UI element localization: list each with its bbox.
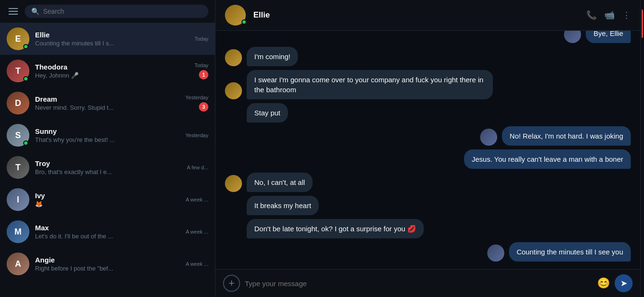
message-bubble-m7: No, I can't, at all xyxy=(247,173,313,192)
contact-preview-sunny: That's why you're the best! ... xyxy=(35,136,174,143)
message-bubble-m9: Don't be late tonight, ok? I got a surpr… xyxy=(247,219,424,238)
avatar-wrap-angie: A xyxy=(7,253,29,275)
outgoing-avatar-m10 xyxy=(487,245,504,262)
contact-info-troy: TroyBro, that's exactly what I e... xyxy=(35,159,174,175)
contact-info-theodora: TheodoraHey, Johnnn 🎤 xyxy=(35,63,174,79)
message-avatar-m2 xyxy=(225,49,242,66)
contact-name-troy: Troy xyxy=(35,159,174,167)
avatar-dream: D xyxy=(7,92,29,114)
right-panel-bar xyxy=(642,9,643,38)
chat-input-area: + 😊 ➤ xyxy=(215,269,640,297)
outgoing-avatar-m5 xyxy=(480,129,497,146)
message-bubble-m8: It breaks my heart xyxy=(247,196,319,215)
message-bubble-m4: Stay put xyxy=(247,103,288,122)
avatar-wrap-dream: D xyxy=(7,92,29,114)
contact-name-ellie: Ellie xyxy=(35,31,174,39)
chat-header-name: Ellie xyxy=(253,10,270,20)
header-icons: 📞 📹 ⋮ xyxy=(586,10,631,20)
contact-item-troy[interactable]: TTroyBro, that's exactly what I e...A fe… xyxy=(0,151,215,183)
contact-name-max: Max xyxy=(35,224,174,232)
contact-name-ivy: Ivy xyxy=(35,192,174,200)
avatar-wrap-sunny: S xyxy=(7,124,29,147)
more-icon[interactable]: ⋮ xyxy=(622,10,631,20)
avatar-troy: T xyxy=(7,156,29,179)
online-dot-theodora xyxy=(23,76,28,81)
online-dot-ellie xyxy=(23,44,28,49)
search-input[interactable] xyxy=(43,8,202,15)
message-row-m6: Jesus. You really can't leave a man with… xyxy=(225,149,631,169)
contact-item-ellie[interactable]: EEllieCounting the minutes till I s...To… xyxy=(0,23,215,55)
contact-item-angie[interactable]: AAngieRight before I post the "bef...A w… xyxy=(0,248,215,280)
avatar-wrap-max: M xyxy=(7,220,29,243)
contact-time-max: A week ... xyxy=(186,229,208,235)
message-row-m2: I'm coming! xyxy=(225,47,631,66)
contacts-list: EEllieCounting the minutes till I s...To… xyxy=(0,23,215,297)
contact-meta-sunny: Yesterday xyxy=(180,132,208,138)
contact-meta-dream: Yesterday3 xyxy=(180,95,208,112)
search-bar[interactable]: 🔍 xyxy=(25,5,208,18)
contact-info-max: MaxLet's do it. I'll be out of the ... xyxy=(35,224,174,240)
contact-info-dream: DreamNever mind. Sorry. Stupid t... xyxy=(35,95,174,111)
hamburger-menu-icon[interactable] xyxy=(7,6,20,17)
contact-time-theodora: Today xyxy=(195,62,208,68)
contact-item-theodora[interactable]: TTheodoraHey, Johnnn 🎤Today1 xyxy=(0,55,215,87)
avatar-max: M xyxy=(7,220,29,243)
contact-preview-theodora: Hey, Johnnn 🎤 xyxy=(35,72,174,79)
phone-icon[interactable]: 📞 xyxy=(586,10,597,20)
contact-preview-dream: Never mind. Sorry. Stupid t... xyxy=(35,104,174,111)
contact-meta-ivy: A week ... xyxy=(180,197,208,202)
contact-meta-angie: A week ... xyxy=(180,261,208,267)
search-icon: 🔍 xyxy=(31,8,39,15)
message-row-m10: Counting the minutes till I see you xyxy=(225,242,631,262)
contact-time-ellie: Today xyxy=(195,36,208,42)
message-bubble-m3: I swear I'm gonna come over to your comp… xyxy=(247,70,493,99)
contact-meta-max: A week ... xyxy=(180,229,208,235)
message-input[interactable] xyxy=(245,280,592,288)
contact-preview-ivy: 🦊 xyxy=(35,201,174,208)
emoji-button[interactable]: 😊 xyxy=(597,277,610,289)
contact-info-ellie: EllieCounting the minutes till I s... xyxy=(35,31,174,47)
chat-header: Ellie 📞 📹 ⋮ xyxy=(215,0,640,31)
message-row-m8: It breaks my heart xyxy=(225,196,631,215)
contact-meta-troy: A few d... xyxy=(180,165,208,170)
video-icon[interactable]: 📹 xyxy=(604,10,615,20)
contact-item-dream[interactable]: DDreamNever mind. Sorry. Stupid t...Yest… xyxy=(0,87,215,119)
contact-time-ivy: A week ... xyxy=(186,197,208,202)
message-row-m4: Stay put xyxy=(225,103,631,122)
contact-time-dream: Yesterday xyxy=(185,95,208,100)
right-panel xyxy=(640,0,644,297)
contact-preview-angie: Right before I post the "bef... xyxy=(35,265,174,272)
contact-badge-theodora: 1 xyxy=(199,70,208,79)
contact-name-sunny: Sunny xyxy=(35,127,174,135)
online-indicator xyxy=(242,19,247,25)
contact-name-dream: Dream xyxy=(35,95,174,103)
message-bubble-m6: Jesus. You really can't leave a man with… xyxy=(464,149,631,169)
add-attachment-button[interactable]: + xyxy=(223,275,240,292)
avatar-ivy: I xyxy=(7,188,29,211)
message-row-m5: No! Relax, I'm not hard. I was joking xyxy=(225,126,631,146)
message-row-m1: Bye, Ellie xyxy=(225,31,631,43)
message-bubble-m5: No! Relax, I'm not hard. I was joking xyxy=(502,126,631,146)
contact-name-angie: Angie xyxy=(35,256,174,264)
message-avatar-m3 xyxy=(225,82,242,99)
contact-info-angie: AngieRight before I post the "bef... xyxy=(35,256,174,272)
avatar-wrap-troy: T xyxy=(7,156,29,179)
contact-meta-ellie: Today xyxy=(180,36,208,42)
avatar-wrap-theodora: T xyxy=(7,60,29,82)
contact-item-ivy[interactable]: IIvy🦊A week ... xyxy=(0,183,215,216)
chat-main: Ellie 📞 📹 ⋮ Bye, EllieI'm coming!I swear… xyxy=(215,0,640,297)
sidebar-header: 🔍 xyxy=(0,0,215,23)
message-row-m3: I swear I'm gonna come over to your comp… xyxy=(225,70,631,99)
contact-preview-ellie: Counting the minutes till I s... xyxy=(35,40,174,47)
avatar-wrap-ivy: I xyxy=(7,188,29,211)
send-button[interactable]: ➤ xyxy=(615,274,633,292)
avatar-wrap-ellie: E xyxy=(7,27,29,50)
outgoing-avatar-m1 xyxy=(564,31,581,43)
avatar-angie: A xyxy=(7,253,29,275)
contact-item-sunny[interactable]: SSunnyThat's why you're the best! ...Yes… xyxy=(0,119,215,151)
contact-time-angie: A week ... xyxy=(186,261,208,267)
message-bubble-m10: Counting the minutes till I see you xyxy=(509,242,631,262)
contact-time-troy: A few d... xyxy=(187,165,208,170)
contact-preview-troy: Bro, that's exactly what I e... xyxy=(35,168,174,175)
contact-item-max[interactable]: MMaxLet's do it. I'll be out of the ...A… xyxy=(0,216,215,248)
